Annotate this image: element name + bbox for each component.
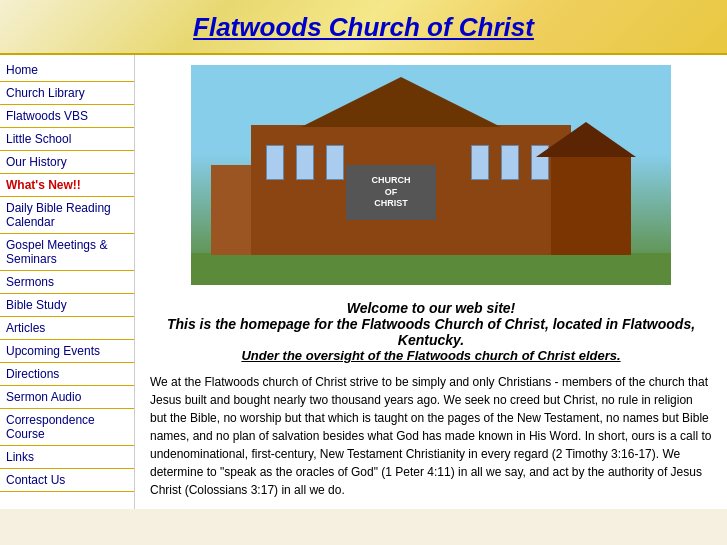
sidebar-item-home[interactable]: Home xyxy=(0,59,134,82)
sidebar-item-upcoming-events[interactable]: Upcoming Events xyxy=(0,340,134,363)
sidebar-item-our-history[interactable]: Our History xyxy=(0,151,134,174)
sidebar-item-sermons[interactable]: Sermons xyxy=(0,271,134,294)
window xyxy=(471,145,489,180)
welcome-line2: This is the homepage for the Flatwoods C… xyxy=(150,316,712,348)
site-title: Flatwoods Church of Christ xyxy=(0,12,727,43)
welcome-line1: Welcome to our web site! xyxy=(150,300,712,316)
sidebar-item-contact-us[interactable]: Contact Us xyxy=(0,469,134,492)
window xyxy=(266,145,284,180)
sidebar-item-little-school[interactable]: Little School xyxy=(0,128,134,151)
sidebar-item-daily-bible-reading-calendar[interactable]: Daily Bible Reading Calendar xyxy=(0,197,134,234)
main-wrapper: HomeChurch LibraryFlatwoods VBSLittle Sc… xyxy=(0,55,727,509)
sidebar-item-church-library[interactable]: Church Library xyxy=(0,82,134,105)
church-image-container: CHURCHOFCHRIST xyxy=(150,65,712,288)
window xyxy=(501,145,519,180)
sidebar: HomeChurch LibraryFlatwoods VBSLittle Sc… xyxy=(0,55,135,509)
sidebar-item-directions[interactable]: Directions xyxy=(0,363,134,386)
roof-main xyxy=(301,77,501,127)
window xyxy=(296,145,314,180)
sidebar-item-sermon-audio[interactable]: Sermon Audio xyxy=(0,386,134,409)
church-sign: CHURCHOFCHRIST xyxy=(346,165,436,220)
ground xyxy=(191,253,671,285)
body-text: We at the Flatwoods church of Christ str… xyxy=(150,373,712,499)
page-header: Flatwoods Church of Christ xyxy=(0,0,727,55)
church-sign-text: CHURCHOFCHRIST xyxy=(372,175,411,210)
building-wing-right xyxy=(551,155,631,255)
sidebar-item-bible-study[interactable]: Bible Study xyxy=(0,294,134,317)
sidebar-item-articles[interactable]: Articles xyxy=(0,317,134,340)
sidebar-item-correspondence-course[interactable]: Correspondence Course xyxy=(0,409,134,446)
sidebar-item-gospel-meetings-seminars[interactable]: Gospel Meetings & Seminars xyxy=(0,234,134,271)
church-building-image: CHURCHOFCHRIST xyxy=(191,65,671,285)
sidebar-item-flatwoods-vbs[interactable]: Flatwoods VBS xyxy=(0,105,134,128)
window xyxy=(326,145,344,180)
roof-right xyxy=(536,122,636,157)
welcome-line3: Under the oversight of the Flatwoods chu… xyxy=(150,348,712,363)
sidebar-item-links[interactable]: Links xyxy=(0,446,134,469)
welcome-section: Welcome to our web site! This is the hom… xyxy=(150,300,712,363)
main-content: CHURCHOFCHRIST Welcome to our web site! … xyxy=(135,55,727,509)
sidebar-item-what-s-new-[interactable]: What's New!! xyxy=(0,174,134,197)
